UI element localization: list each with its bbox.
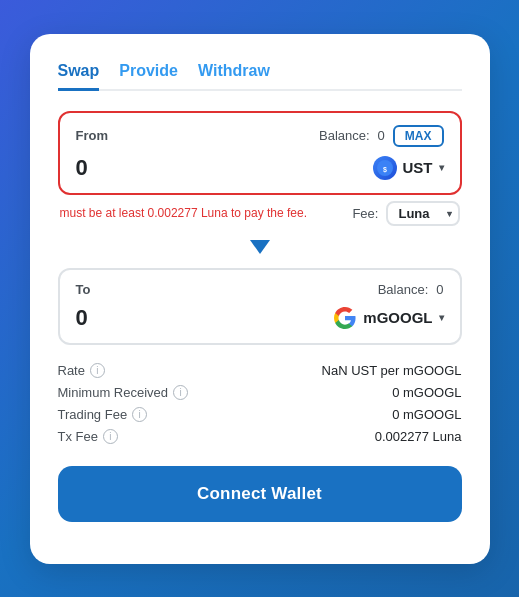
error-message: must be at least 0.002277 Luna to pay th… bbox=[60, 206, 308, 220]
minimum-received-value: 0 mGOOGL bbox=[392, 385, 461, 400]
from-balance-row: Balance: 0 MAX bbox=[319, 125, 444, 147]
from-balance-value: 0 bbox=[378, 128, 385, 143]
tab-withdraw[interactable]: Withdraw bbox=[198, 62, 270, 91]
to-amount-input[interactable] bbox=[76, 305, 297, 331]
minimum-received-info-icon[interactable]: i bbox=[173, 385, 188, 400]
tx-fee-text: Tx Fee bbox=[58, 429, 98, 444]
from-box: From Balance: 0 MAX $ UST ▾ bbox=[58, 111, 462, 195]
to-box: To Balance: 0 mGOOGL ▾ bbox=[58, 268, 462, 345]
rate-info-icon[interactable]: i bbox=[90, 363, 105, 378]
swap-direction-arrow bbox=[58, 240, 462, 254]
rate-row: Rate i NaN UST per mGOOGL bbox=[58, 363, 462, 378]
tx-fee-value: 0.002277 Luna bbox=[375, 429, 462, 444]
arrow-down-icon bbox=[250, 240, 270, 254]
minimum-received-label: Minimum Received i bbox=[58, 385, 189, 400]
max-button[interactable]: MAX bbox=[393, 125, 444, 147]
minimum-received-text: Minimum Received bbox=[58, 385, 169, 400]
info-section: Rate i NaN UST per mGOOGL Minimum Receiv… bbox=[58, 363, 462, 444]
to-token-label: mGOOGL bbox=[363, 309, 432, 326]
trading-fee-text: Trading Fee bbox=[58, 407, 128, 422]
connect-wallet-button[interactable]: Connect Wallet bbox=[58, 466, 462, 522]
fee-select-button[interactable]: Luna bbox=[386, 201, 459, 226]
from-token-label: UST bbox=[403, 159, 433, 176]
to-label: To bbox=[76, 282, 91, 297]
ust-svg: $ bbox=[377, 160, 393, 176]
fee-label: Fee: bbox=[352, 206, 378, 221]
from-token-chevron: ▾ bbox=[439, 162, 444, 173]
mgoogl-icon bbox=[333, 306, 357, 330]
trading-fee-value: 0 mGOOGL bbox=[392, 407, 461, 422]
tx-fee-label: Tx Fee i bbox=[58, 429, 118, 444]
to-input-row: mGOOGL ▾ bbox=[76, 305, 444, 331]
swap-card: Swap Provide Withdraw From Balance: 0 MA… bbox=[30, 34, 490, 564]
tx-fee-info-icon[interactable]: i bbox=[103, 429, 118, 444]
trading-fee-info-icon[interactable]: i bbox=[132, 407, 147, 422]
fee-row: Fee: Luna ▾ bbox=[352, 201, 459, 226]
trading-fee-label: Trading Fee i bbox=[58, 407, 148, 422]
to-balance-row: Balance: 0 bbox=[378, 282, 444, 297]
from-amount-input[interactable] bbox=[76, 155, 297, 181]
from-balance-label: Balance: bbox=[319, 128, 370, 143]
tx-fee-row: Tx Fee i 0.002277 Luna bbox=[58, 429, 462, 444]
rate-value: NaN UST per mGOOGL bbox=[322, 363, 462, 378]
to-box-header: To Balance: 0 bbox=[76, 282, 444, 297]
tab-swap[interactable]: Swap bbox=[58, 62, 100, 91]
tab-provide[interactable]: Provide bbox=[119, 62, 178, 91]
rate-label: Rate i bbox=[58, 363, 105, 378]
fee-token-label: Luna bbox=[398, 206, 429, 221]
to-balance-value: 0 bbox=[436, 282, 443, 297]
trading-fee-row: Trading Fee i 0 mGOOGL bbox=[58, 407, 462, 422]
tab-bar: Swap Provide Withdraw bbox=[58, 62, 462, 91]
minimum-received-row: Minimum Received i 0 mGOOGL bbox=[58, 385, 462, 400]
to-token-select[interactable]: mGOOGL ▾ bbox=[333, 306, 443, 330]
rate-text: Rate bbox=[58, 363, 85, 378]
error-row: must be at least 0.002277 Luna to pay th… bbox=[58, 201, 462, 226]
from-box-header: From Balance: 0 MAX bbox=[76, 125, 444, 147]
svg-text:$: $ bbox=[383, 166, 387, 174]
to-balance-label: Balance: bbox=[378, 282, 429, 297]
to-token-chevron: ▾ bbox=[439, 312, 444, 323]
ust-icon: $ bbox=[373, 156, 397, 180]
from-token-select[interactable]: $ UST ▾ bbox=[373, 156, 444, 180]
from-label: From bbox=[76, 128, 109, 143]
from-input-row: $ UST ▾ bbox=[76, 155, 444, 181]
fee-select-wrapper[interactable]: Luna ▾ bbox=[386, 201, 459, 226]
